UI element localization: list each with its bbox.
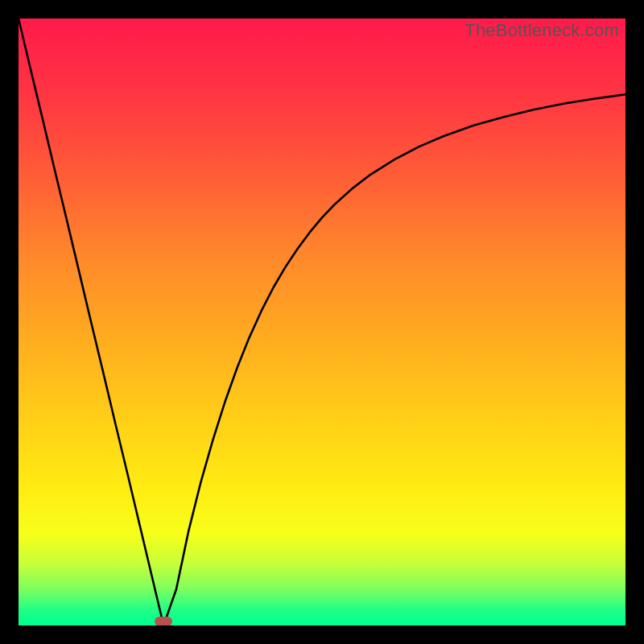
plot-area: TheBottleneck.com (19, 19, 625, 625)
watermark-text: TheBottleneck.com (464, 20, 619, 41)
outer-frame: TheBottleneck.com (0, 0, 644, 644)
optimal-point-marker (155, 617, 172, 625)
bottleneck-curve (19, 19, 625, 625)
